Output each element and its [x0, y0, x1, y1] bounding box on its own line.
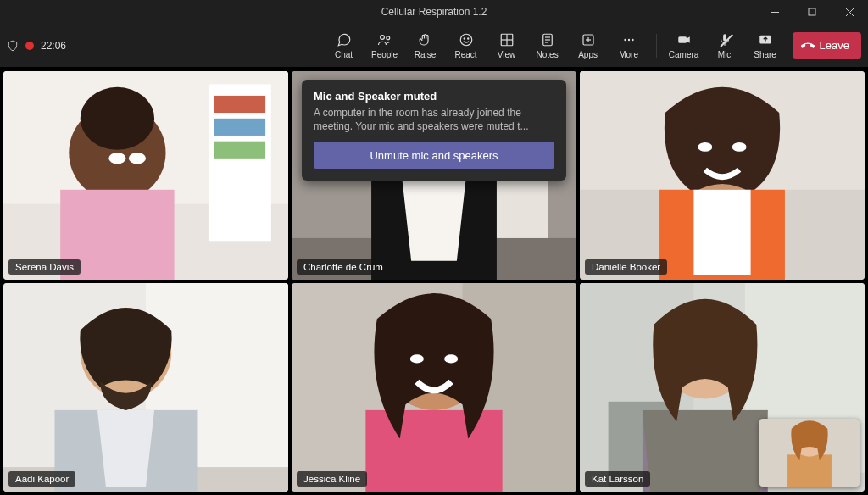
svg-rect-30 [214, 119, 265, 136]
participant-tile[interactable]: Jessica Kline [292, 283, 576, 492]
view-button[interactable]: View [488, 26, 526, 65]
participant-name: Danielle Booker [585, 259, 667, 275]
close-button[interactable] [831, 0, 868, 24]
self-preview[interactable] [760, 419, 860, 487]
people-button[interactable]: People [366, 26, 403, 65]
svg-point-4 [380, 35, 384, 39]
apps-icon [581, 32, 596, 47]
mic-muted-icon [717, 32, 732, 47]
participant-name: Serena Davis [8, 259, 81, 275]
people-icon [377, 32, 392, 47]
svg-point-5 [386, 36, 389, 39]
participant-name: Jessica Kline [297, 471, 367, 487]
camera-button[interactable]: Camera [665, 26, 703, 65]
notes-button[interactable]: Notes [529, 26, 566, 65]
svg-point-7 [464, 37, 465, 38]
notes-icon [540, 32, 555, 47]
chat-icon [337, 32, 352, 47]
leave-icon [801, 39, 815, 53]
share-button[interactable]: Share [747, 26, 784, 65]
video-grid: Serena Davis Mic and Speaker muted A com… [0, 68, 868, 495]
svg-rect-1 [809, 8, 815, 15]
svg-point-20 [627, 38, 629, 40]
participant-name: Kat Larsson [585, 471, 650, 487]
svg-rect-22 [678, 36, 687, 43]
svg-point-47 [698, 142, 712, 152]
maximize-button[interactable] [793, 0, 831, 24]
svg-rect-23 [723, 34, 726, 41]
svg-point-19 [624, 38, 626, 40]
svg-point-6 [460, 34, 472, 46]
share-icon [758, 32, 773, 47]
participant-tile[interactable]: Serena Davis [3, 71, 288, 280]
recording-indicator-icon [25, 42, 34, 50]
view-grid-icon [499, 32, 515, 47]
participant-name: Aadi Kapoor [8, 471, 75, 487]
participant-tile[interactable]: Danielle Booker [580, 71, 865, 280]
unmute-button[interactable]: Unmute mic and speakers [314, 142, 554, 169]
raise-hand-button[interactable]: Raise [407, 26, 444, 65]
chat-button[interactable]: Chat [326, 26, 363, 65]
mute-popover: Mic and Speaker muted A computer in the … [302, 80, 566, 181]
svg-point-33 [81, 87, 154, 150]
popover-title: Mic and Speaker muted [314, 90, 554, 103]
raise-hand-icon [418, 32, 433, 47]
svg-rect-46 [693, 190, 750, 275]
popover-body: A computer in the room has already joine… [314, 106, 554, 133]
participant-tile[interactable]: Mic and Speaker muted A computer in the … [292, 71, 576, 280]
minimize-button[interactable] [756, 0, 793, 24]
shield-icon [7, 40, 19, 52]
svg-rect-56 [365, 410, 502, 492]
svg-point-48 [732, 142, 747, 152]
svg-point-36 [129, 153, 146, 164]
titlebar: Cellular Respiration 1.2 [0, 0, 868, 24]
svg-rect-31 [214, 142, 265, 159]
svg-point-8 [467, 37, 468, 38]
participant-name: Charlotte de Crum [297, 259, 390, 275]
svg-point-35 [108, 153, 125, 164]
svg-rect-29 [214, 96, 265, 113]
more-button[interactable]: More [610, 26, 648, 65]
more-icon [621, 32, 637, 47]
camera-icon [676, 32, 692, 47]
participant-tile[interactable]: Aadi Kapoor [3, 283, 288, 492]
meeting-status: 22:06 [7, 40, 66, 52]
react-icon [459, 32, 474, 47]
window-title: Cellular Respiration 1.2 [381, 6, 487, 18]
leave-button[interactable]: Leave [793, 32, 861, 59]
toolbar-divider [656, 34, 657, 58]
window-controls [756, 0, 868, 24]
svg-point-21 [632, 38, 633, 40]
participant-tile[interactable]: Kat Larsson ••• [580, 283, 865, 492]
svg-point-59 [444, 354, 458, 363]
svg-point-58 [410, 354, 424, 363]
meeting-toolbar: 22:06 Chat People Raise React View [0, 24, 868, 68]
svg-rect-67 [787, 454, 832, 487]
mic-button[interactable]: Mic [706, 26, 743, 65]
meeting-timer: 22:06 [41, 40, 66, 52]
react-button[interactable]: React [448, 26, 485, 65]
apps-button[interactable]: Apps [570, 26, 607, 65]
